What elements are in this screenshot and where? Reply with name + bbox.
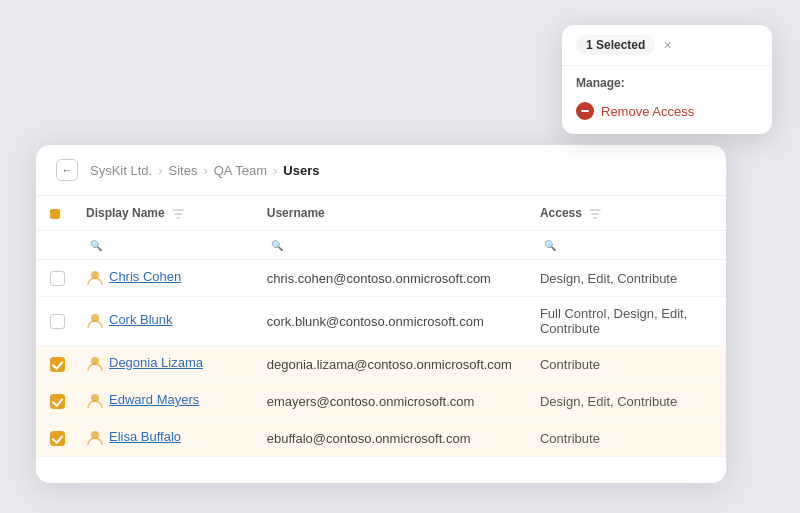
- search-icon-display-name: 🔍: [90, 240, 102, 251]
- row-access: Full Control, Design, Edit, Contribute: [526, 297, 726, 346]
- row-username: degonia.lizama@contoso.onmicrosoft.com: [253, 346, 526, 383]
- remove-access-action[interactable]: Remove Access: [562, 94, 772, 134]
- row-checkbox-cell: [36, 260, 72, 297]
- row-username: chris.cohen@contoso.onmicrosoft.com: [253, 260, 526, 297]
- table-row: Degonia Lizamadegonia.lizama@contoso.onm…: [36, 346, 726, 383]
- breadcrumb-sep3: ›: [273, 163, 277, 178]
- search-row: 🔍 🔍 🔍: [36, 231, 726, 260]
- breadcrumb-sites: Sites: [168, 163, 197, 178]
- manage-label: Manage:: [562, 66, 772, 94]
- user-name-link[interactable]: Edward Mayers: [109, 392, 199, 407]
- row-access: Contribute: [526, 346, 726, 383]
- remove-icon: [576, 102, 594, 120]
- row-display-name: Elisa Buffalo: [72, 420, 253, 457]
- user-name-link[interactable]: Elisa Buffalo: [109, 429, 181, 444]
- access-filter-icon: [589, 208, 601, 220]
- row-display-name: Degonia Lizama: [72, 346, 253, 383]
- table-row: Elisa Buffaloebuffalo@contoso.onmicrosof…: [36, 420, 726, 457]
- table-body: Chris Cohenchris.cohen@contoso.onmicroso…: [36, 260, 726, 457]
- row-checkbox-cell: [36, 346, 72, 383]
- user-avatar-icon: [86, 355, 104, 373]
- row-access: Design, Edit, Contribute: [526, 260, 726, 297]
- row-display-name: Chris Cohen: [72, 260, 253, 297]
- row-username: ebuffalo@contoso.onmicrosoft.com: [253, 420, 526, 457]
- row-checkbox-cell: [36, 420, 72, 457]
- breadcrumb-sep1: ›: [158, 163, 162, 178]
- row-checkbox-cell: [36, 297, 72, 346]
- user-avatar-icon: [86, 269, 104, 287]
- row-display-name: Cork Blunk: [72, 297, 253, 346]
- main-panel: ← SysKit Ltd. › Sites › QA Team › Users …: [36, 145, 726, 483]
- row-checkbox[interactable]: [50, 431, 65, 446]
- row-username: cork.blunk@contoso.onmicrosoft.com: [253, 297, 526, 346]
- search-icon-access: 🔍: [544, 240, 556, 251]
- user-name-link[interactable]: Chris Cohen: [109, 269, 181, 284]
- breadcrumb-qa-team: QA Team: [214, 163, 267, 178]
- search-input-access[interactable]: [540, 236, 712, 254]
- row-display-name: Edward Mayers: [72, 383, 253, 420]
- search-input-display-name[interactable]: [86, 236, 239, 254]
- back-button[interactable]: ←: [56, 159, 78, 181]
- row-access: Design, Edit, Contribute: [526, 383, 726, 420]
- th-username[interactable]: Username: [253, 196, 526, 231]
- breadcrumb-syskit: SysKit Ltd.: [90, 163, 152, 178]
- row-checkbox-cell: [36, 383, 72, 420]
- table-row: Edward Mayersemayers@contoso.onmicrosoft…: [36, 383, 726, 420]
- table-header-row: Display Name Username Access: [36, 196, 726, 231]
- popup-header: 1 Selected ×: [562, 25, 772, 66]
- search-input-username[interactable]: [267, 236, 512, 254]
- row-checkbox[interactable]: [50, 314, 65, 329]
- selected-badge: 1 Selected: [576, 35, 655, 55]
- breadcrumb-users: Users: [283, 163, 319, 178]
- table-row: Cork Blunkcork.blunk@contoso.onmicrosoft…: [36, 297, 726, 346]
- row-checkbox[interactable]: [50, 394, 65, 409]
- row-username: emayers@contoso.onmicrosoft.com: [253, 383, 526, 420]
- users-table: Display Name Username Access: [36, 196, 726, 457]
- remove-access-label: Remove Access: [601, 104, 694, 119]
- user-avatar-icon: [86, 392, 104, 410]
- user-name-link[interactable]: Cork Blunk: [109, 312, 173, 327]
- search-cell-username: 🔍: [253, 231, 526, 260]
- search-cell-empty: [36, 231, 72, 260]
- breadcrumb-sep2: ›: [203, 163, 207, 178]
- search-cell-display-name: 🔍: [72, 231, 253, 260]
- user-name-link[interactable]: Degonia Lizama: [109, 355, 203, 370]
- close-button[interactable]: ×: [663, 37, 671, 53]
- th-access-label: Access: [540, 206, 582, 220]
- row-access: Contribute: [526, 420, 726, 457]
- row-checkbox[interactable]: [50, 271, 65, 286]
- th-access[interactable]: Access: [526, 196, 726, 231]
- th-username-label: Username: [267, 206, 325, 220]
- th-checkbox: [36, 196, 72, 231]
- user-avatar-icon: [86, 312, 104, 330]
- breadcrumb: ← SysKit Ltd. › Sites › QA Team › Users: [36, 145, 726, 196]
- display-name-filter-icon: [172, 208, 184, 220]
- header-icon: [50, 209, 60, 219]
- user-avatar-icon: [86, 429, 104, 447]
- manage-popup: 1 Selected × Manage: Remove Access: [562, 25, 772, 134]
- users-table-container: Display Name Username Access: [36, 196, 726, 457]
- th-display-name-label: Display Name: [86, 206, 165, 220]
- th-display-name[interactable]: Display Name: [72, 196, 253, 231]
- row-checkbox[interactable]: [50, 357, 65, 372]
- table-row: Chris Cohenchris.cohen@contoso.onmicroso…: [36, 260, 726, 297]
- search-icon-username: 🔍: [271, 240, 283, 251]
- search-cell-access: 🔍: [526, 231, 726, 260]
